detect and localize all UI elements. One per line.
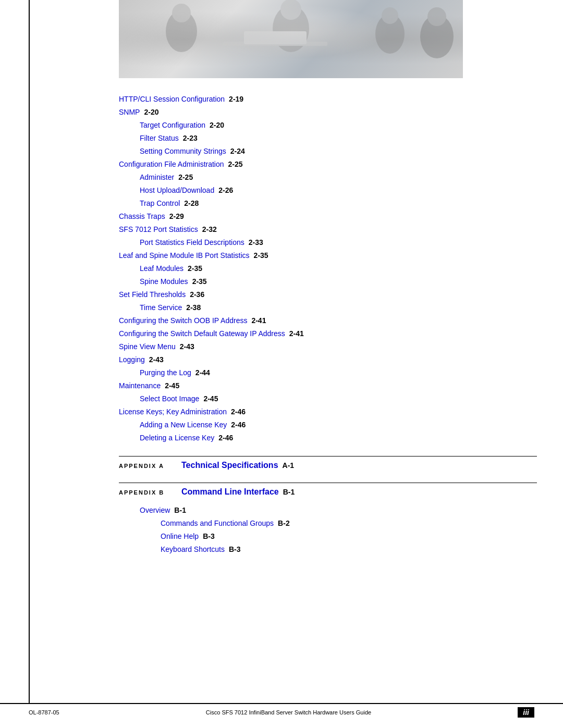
toc-page: 2-25 bbox=[228, 159, 243, 170]
svg-point-5 bbox=[382, 7, 398, 24]
toc-link[interactable]: Setting Community Strings bbox=[140, 146, 226, 157]
toc-link[interactable]: Administer bbox=[140, 172, 174, 183]
toc-page: B-3 bbox=[203, 531, 215, 542]
svg-point-7 bbox=[427, 7, 446, 26]
toc-page: 2-23 bbox=[183, 133, 198, 144]
toc-link[interactable]: Trap Control bbox=[140, 198, 180, 209]
appendix-a-label: APPENDIX A bbox=[119, 463, 171, 469]
toc-item: Port Statistics Field Descriptions2-33 bbox=[119, 237, 537, 248]
toc-item: Target Configuration2-20 bbox=[119, 120, 537, 131]
toc-page: 2-35 bbox=[188, 263, 202, 274]
toc-link[interactable]: Spine View Menu bbox=[119, 341, 176, 352]
footer-page-number: iii bbox=[518, 707, 534, 718]
appendix-b-section: APPENDIX B Command Line Interface B-1 bbox=[119, 483, 537, 497]
toc-page: 2-38 bbox=[186, 302, 201, 313]
toc-item: HTTP/CLI Session Configuration2-19 bbox=[119, 94, 537, 105]
toc-page: 2-43 bbox=[149, 354, 164, 365]
toc-item: Leaf Modules2-35 bbox=[119, 263, 537, 274]
toc-page: B-3 bbox=[229, 544, 241, 555]
toc-link[interactable]: Host Upload/Download bbox=[140, 185, 214, 196]
toc-item: Commands and Functional GroupsB-2 bbox=[119, 518, 537, 529]
toc-link[interactable]: HTTP/CLI Session Configuration bbox=[119, 94, 225, 105]
toc-link[interactable]: Target Configuration bbox=[140, 120, 205, 131]
toc-link[interactable]: Adding a New License Key bbox=[140, 419, 227, 430]
toc-page: 2-44 bbox=[195, 367, 210, 378]
toc-page: 2-46 bbox=[231, 419, 246, 430]
toc-link[interactable]: Filter Status bbox=[140, 133, 179, 144]
toc-item: License Keys; Key Administration2-46 bbox=[119, 406, 537, 417]
toc-link[interactable]: Commands and Functional Groups bbox=[161, 518, 274, 529]
toc-item: Setting Community Strings2-24 bbox=[119, 146, 537, 157]
toc-page: 2-45 bbox=[203, 393, 218, 404]
toc-page: 2-28 bbox=[184, 198, 199, 209]
toc-item: Maintenance2-45 bbox=[119, 380, 537, 391]
appendix-a-page: A-1 bbox=[283, 461, 295, 470]
toc-item: Configuration File Administration2-25 bbox=[119, 159, 537, 170]
toc-item: Administer2-25 bbox=[119, 172, 537, 183]
footer-doc-id: OL-8787-05 bbox=[29, 709, 59, 715]
toc-item: Host Upload/Download2-26 bbox=[119, 185, 537, 196]
toc-item: Spine Modules2-35 bbox=[119, 276, 537, 287]
toc-link[interactable]: Configuring the Switch OOB IP Address bbox=[119, 315, 247, 326]
footer: OL-8787-05 Cisco SFS 7012 InfiniBand Ser… bbox=[0, 703, 563, 718]
toc-link[interactable]: Spine Modules bbox=[140, 276, 188, 287]
toc-page: 2-41 bbox=[251, 315, 266, 326]
toc-link[interactable]: Deleting a License Key bbox=[140, 433, 214, 443]
toc-link[interactable]: SFS 7012 Port Statistics bbox=[119, 224, 198, 235]
toc-item: Filter Status2-23 bbox=[119, 133, 537, 144]
toc-item: Trap Control2-28 bbox=[119, 198, 537, 209]
toc-item: Configuring the Switch OOB IP Address2-4… bbox=[119, 315, 537, 326]
toc-link[interactable]: Online Help bbox=[161, 531, 199, 542]
toc-page: B-1 bbox=[174, 505, 186, 516]
toc-link[interactable]: Port Statistics Field Descriptions bbox=[140, 237, 244, 248]
toc-link[interactable]: Leaf Modules bbox=[140, 263, 183, 274]
toc-item: Purging the Log2-44 bbox=[119, 367, 537, 378]
toc-link[interactable]: Configuring the Switch Default Gateway I… bbox=[119, 328, 285, 339]
toc-link[interactable]: Purging the Log bbox=[140, 367, 191, 378]
appendix-b-link[interactable]: Command Line Interface bbox=[181, 487, 279, 497]
toc-page: 2-45 bbox=[165, 380, 179, 391]
toc-page: 2-29 bbox=[169, 211, 184, 222]
toc-page: 2-24 bbox=[230, 146, 245, 157]
toc-page: 2-35 bbox=[192, 276, 207, 287]
toc-page: 2-20 bbox=[144, 107, 158, 118]
appendix-a-link[interactable]: Technical Specifications bbox=[181, 461, 278, 470]
toc-link[interactable]: Leaf and Spine Module IB Port Statistics bbox=[119, 250, 250, 261]
toc-item: Configuring the Switch Default Gateway I… bbox=[119, 328, 537, 339]
toc-page: 2-35 bbox=[254, 250, 268, 261]
footer-title: Cisco SFS 7012 InfiniBand Server Switch … bbox=[70, 709, 508, 715]
toc-page: 2-46 bbox=[218, 433, 233, 443]
toc-link[interactable]: Keyboard Shortcuts bbox=[161, 544, 225, 555]
toc-item: Keyboard ShortcutsB-3 bbox=[119, 544, 537, 555]
toc-item: Leaf and Spine Module IB Port Statistics… bbox=[119, 250, 537, 261]
toc-page: 2-33 bbox=[249, 237, 263, 248]
toc-page: 2-32 bbox=[202, 224, 217, 235]
toc-page: 2-26 bbox=[218, 185, 233, 196]
toc-content: HTTP/CLI Session Configuration2-19SNMP2-… bbox=[119, 94, 563, 555]
toc-page: 2-25 bbox=[178, 172, 193, 183]
toc-item: SNMP2-20 bbox=[119, 107, 537, 118]
toc-item: Logging2-43 bbox=[119, 354, 537, 365]
toc-page: 2-19 bbox=[229, 94, 243, 105]
toc-item: Chassis Traps2-29 bbox=[119, 211, 537, 222]
toc-link[interactable]: Logging bbox=[119, 354, 145, 365]
toc-page: 2-36 bbox=[190, 289, 204, 300]
toc-page: 2-20 bbox=[210, 120, 224, 131]
svg-point-1 bbox=[172, 4, 191, 22]
left-rule bbox=[29, 0, 30, 704]
toc-link[interactable]: Chassis Traps bbox=[119, 211, 165, 222]
toc-item: Spine View Menu2-43 bbox=[119, 341, 537, 352]
toc-link[interactable]: Maintenance bbox=[119, 380, 161, 391]
toc-item: Select Boot Image2-45 bbox=[119, 393, 537, 404]
toc-link[interactable]: Set Field Thresholds bbox=[119, 289, 186, 300]
toc-link[interactable]: Select Boot Image bbox=[140, 393, 199, 404]
toc-link[interactable]: Overview bbox=[140, 505, 170, 516]
toc-link[interactable]: Configuration File Administration bbox=[119, 159, 224, 170]
toc-link[interactable]: Time Service bbox=[140, 302, 182, 313]
toc-page: 2-43 bbox=[180, 341, 194, 352]
appendix-b-label: APPENDIX B bbox=[119, 489, 171, 496]
toc-item: Set Field Thresholds2-36 bbox=[119, 289, 537, 300]
toc-link[interactable]: License Keys; Key Administration bbox=[119, 406, 227, 417]
toc-item: Adding a New License Key2-46 bbox=[119, 419, 537, 430]
toc-link[interactable]: SNMP bbox=[119, 107, 140, 118]
